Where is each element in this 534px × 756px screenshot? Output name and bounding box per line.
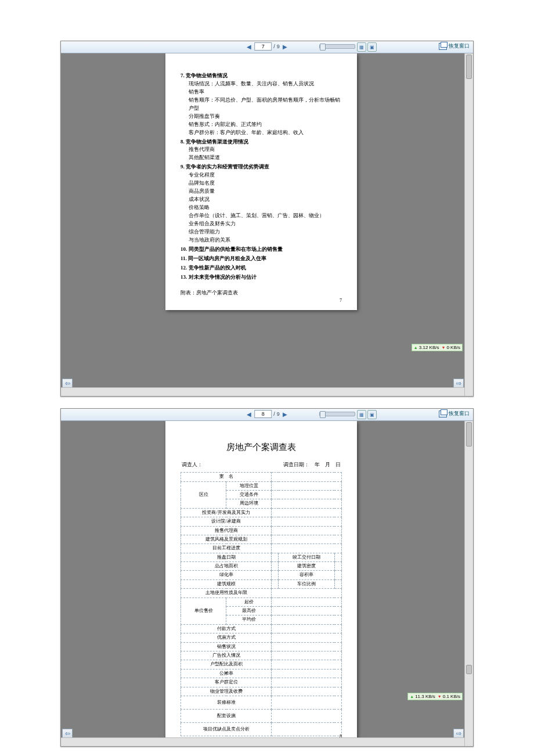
toolbar: ◀ /9 ▶ ▦ ▣ 恢复窗口 [61, 41, 473, 53]
survey-table: 案 名 区位地理位置 交通条件 周边环境 投资商/开发商及其实力 设计院/承建商… [181, 472, 342, 736]
row-value [272, 526, 342, 535]
zoom-slider[interactable] [319, 412, 355, 416]
prev-sheet-nav[interactable]: ⇦ [62, 379, 73, 388]
text-line: 现场情况：人流频率、数量、关注内容、销售人员状况 [189, 80, 342, 88]
row-value [272, 651, 342, 660]
row-value [272, 544, 342, 553]
restore-icon [439, 411, 447, 417]
row-value [272, 669, 342, 678]
row-label: 地理位置 [226, 481, 272, 490]
row-label: 装修标准 [181, 696, 272, 709]
restore-window-button[interactable]: 恢复窗口 [439, 42, 470, 50]
vertical-scrollbar[interactable] [464, 53, 473, 396]
download-speed: 0.1 KB/s [438, 694, 460, 699]
page-sep: / [273, 411, 275, 417]
chevron-left-icon: ⇦ [62, 379, 73, 388]
row-label: 土地使用性质及年限 [181, 589, 272, 597]
doc-viewer-2: ◀ /9 ▶ ▦ ▣ 恢复窗口 房地产个案调查表 调查人： 调查日期： 年 月 … [60, 408, 474, 747]
horizontal-scrollbar[interactable] [61, 737, 465, 746]
row-value [272, 473, 342, 481]
view-mode-1-button[interactable]: ▦ [357, 410, 366, 419]
appendix-label: 附表：房地产个案调查表 [181, 289, 342, 297]
text-line: 推售代理商 [189, 146, 342, 154]
row-value [272, 490, 342, 499]
zoom-slider[interactable] [319, 44, 355, 49]
row-label: 设计院/承建商 [181, 517, 272, 526]
row-value [272, 642, 342, 651]
vertical-scrollbar[interactable] [464, 421, 473, 746]
row-value [272, 499, 342, 508]
row-label: 起价 [226, 597, 272, 606]
sec-7-title: 7. 竞争物业销售情况 [181, 72, 342, 80]
next-page-button[interactable]: ▶ [282, 411, 288, 417]
text-line: 销售率 [189, 88, 342, 96]
row-label: 推盘日期 [181, 553, 272, 561]
row-value [272, 508, 342, 517]
row-value [272, 678, 342, 687]
view-mode-1-button[interactable]: ▦ [357, 42, 366, 52]
workarea: 房地产个案调查表 调查人： 调查日期： 年 月 日 案 名 区位地理位置 交通条… [61, 421, 473, 746]
sec-12: 12. 竞争性新产品的投入时机 [181, 264, 342, 272]
next-sheet-nav[interactable]: ⇨ [453, 379, 464, 388]
row-label: 周边环境 [226, 499, 272, 508]
network-indicator: 3.12 KB/s 0 KB/s [412, 344, 463, 351]
row-label: 推售代理商 [181, 526, 272, 535]
row-value [334, 579, 341, 588]
row-label: 建筑密度 [279, 562, 334, 571]
view-mode-2-button[interactable]: ▣ [367, 410, 377, 419]
row-label: 绿化率 [181, 571, 272, 579]
row-label: 建筑规模 [181, 579, 272, 588]
row-label: 平均价 [226, 615, 272, 624]
text-line: 品牌知名度 [189, 179, 342, 188]
row-value [272, 709, 342, 722]
row-label: 交通条件 [226, 490, 272, 499]
row-value [272, 633, 342, 642]
row-value [272, 687, 342, 696]
upload-speed: 3.12 KB/s [414, 345, 439, 350]
row-label: 客户群定位 [181, 678, 272, 687]
text-line: 其他配销渠道 [189, 154, 342, 162]
row-value [272, 517, 342, 526]
row-value [272, 607, 342, 615]
row-cat: 区位 [181, 481, 226, 508]
row-label: 公摊率 [181, 669, 272, 678]
text-line: 客户群分析：客户的职业、年龄、家庭结构、收入 [189, 129, 342, 137]
view-mode-2-button[interactable]: ▣ [367, 42, 377, 52]
row-value [272, 722, 342, 736]
row-label: 销售状况 [181, 642, 272, 651]
row-value [272, 589, 342, 597]
sec-8-title: 8. 竞争物业销售渠道使用情况 [181, 138, 342, 146]
page-number-input[interactable] [254, 410, 272, 418]
next-page-button[interactable]: ▶ [282, 43, 288, 50]
prev-page-button[interactable]: ◀ [246, 411, 252, 417]
next-sheet-nav[interactable]: ⇨ [453, 729, 464, 738]
text-line: 销售形式：内部定购、正式签约 [189, 121, 342, 129]
network-indicator: 11.3 KB/s 0.1 KB/s [407, 693, 463, 700]
row-label: 建筑风格及景观规划 [181, 535, 272, 543]
row-value [272, 571, 279, 579]
row-label: 车位比例 [279, 579, 334, 588]
page-number: 7 [340, 297, 342, 304]
document-page: 7. 竞争物业销售情况 现场情况：人流频率、数量、关注内容、销售人员状况 销售率… [165, 53, 357, 310]
restore-label: 恢复窗口 [449, 42, 470, 50]
toolbar: ◀ /9 ▶ ▦ ▣ 恢复窗口 [61, 409, 473, 421]
row-value [272, 553, 279, 561]
row-value [272, 624, 342, 633]
text-line: 业务组合及财务实力 [189, 220, 342, 228]
row-label: 项目优缺点及卖点分析 [181, 722, 272, 736]
text-line: 专业化程度 [189, 171, 342, 179]
row-value [272, 579, 279, 588]
restore-window-button[interactable]: 恢复窗口 [439, 410, 470, 417]
text-line: 商品房质量 [189, 188, 342, 196]
prev-sheet-nav[interactable]: ⇦ [62, 729, 73, 738]
sec-13: 13. 对未来竞争情况的分析与估计 [181, 273, 342, 282]
page-number-input[interactable] [254, 42, 272, 51]
row-label: 竣工交付日期 [279, 553, 334, 561]
row-value [272, 535, 342, 543]
restore-label: 恢复窗口 [449, 410, 470, 417]
row-label: 广告投入情况 [181, 651, 272, 660]
horizontal-scrollbar[interactable] [61, 387, 465, 396]
prev-page-button[interactable]: ◀ [246, 43, 252, 50]
text-line: 综合管理能力 [189, 228, 342, 236]
doc-viewer-1: ◀ /9 ▶ ▦ ▣ 恢复窗口 7. 竞争物业销售情况 现场情况：人流频率、数量… [60, 41, 474, 397]
